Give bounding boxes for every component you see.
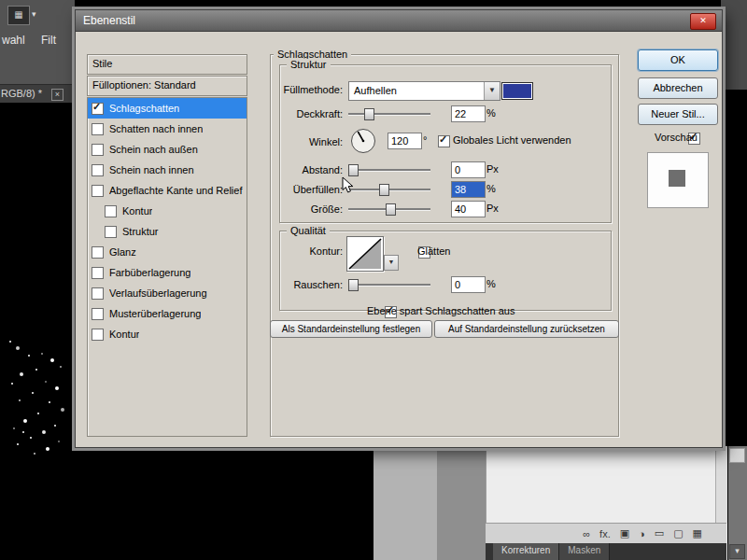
menu-item-auswahl[interactable]: wahl	[2, 34, 25, 47]
adjustment-layer-icon[interactable]: ◑	[639, 528, 645, 539]
angle-input[interactable]: 120	[388, 133, 422, 149]
size-slider[interactable]	[348, 203, 430, 215]
style-item[interactable]: Schein nach innen	[88, 160, 247, 180]
slider-thumb[interactable]	[364, 108, 374, 120]
photoshop-app: ▦ ▾ wahl Filt RGB/8) * × ∞ fx. ▣ ◑ ▭ ▢ ▦…	[0, 0, 747, 560]
link-layers-icon[interactable]: ∞	[583, 528, 590, 539]
slider-track	[348, 189, 430, 191]
spread-label: Überfüllen:	[259, 184, 343, 195]
style-item-label: Glanz	[109, 246, 136, 258]
global-light-checkbox[interactable]: ✓	[438, 135, 450, 147]
style-checkbox[interactable]	[105, 226, 117, 238]
style-item[interactable]: Schein nach außen	[88, 139, 247, 160]
workspace-band-light	[374, 446, 437, 560]
canvas-sparkles	[0, 103, 2, 105]
canvas-right	[721, 90, 747, 448]
mouse-cursor	[342, 176, 354, 194]
shadow-color-swatch[interactable]	[501, 82, 533, 100]
opacity-unit: %	[486, 107, 496, 119]
quality-group	[279, 231, 612, 311]
style-checkbox[interactable]	[92, 308, 104, 320]
style-item-label: Kontur	[122, 205, 152, 217]
style-item[interactable]: Abgeflachte Kante und Relief	[88, 180, 247, 201]
distance-slider[interactable]	[348, 163, 430, 175]
layer-group-icon[interactable]: ▭	[655, 527, 664, 539]
knockout-label: Ebene spart Schlagschatten aus	[367, 305, 514, 316]
close-icon[interactable]: ✕	[690, 13, 716, 30]
scroll-down-icon[interactable]: ▾	[729, 544, 745, 559]
check-icon: ✓	[92, 101, 101, 113]
noise-input[interactable]: 0	[451, 276, 486, 293]
canvas	[0, 103, 75, 560]
contour-picker[interactable]	[346, 236, 384, 272]
slider-thumb[interactable]	[348, 279, 359, 291]
noise-label: Rauschen:	[259, 279, 343, 290]
new-layer-icon[interactable]: ▢	[673, 527, 683, 539]
blending-options-item[interactable]: Fülloptionen: Standard	[87, 76, 247, 96]
style-checkbox[interactable]	[92, 185, 104, 197]
style-checkbox[interactable]	[92, 246, 104, 259]
angle-dial[interactable]	[350, 128, 376, 154]
close-document-icon[interactable]: ×	[51, 89, 63, 101]
slider-track	[348, 113, 430, 116]
quality-legend: Qualität	[287, 225, 330, 236]
style-item[interactable]: Verlaufsüberlagerung	[88, 283, 247, 303]
app-chrome-right	[721, 0, 747, 90]
style-item-schlagschatten[interactable]: ✓ Schlagschatten	[88, 98, 247, 119]
size-input[interactable]: 40	[451, 201, 486, 217]
layer-effects-icon[interactable]: fx.	[599, 528, 611, 539]
dialog-title-bar[interactable]: Ebenenstil ✕	[76, 10, 722, 32]
style-item[interactable]: Glanz	[88, 242, 247, 262]
chevron-down-icon[interactable]: ▼	[484, 82, 500, 100]
layer-mask-icon[interactable]: ▣	[620, 527, 629, 539]
style-item[interactable]: Schatten nach innen	[88, 119, 247, 139]
blend-mode-label: Füllmethode:	[259, 84, 343, 95]
spread-slider[interactable]	[348, 183, 430, 195]
structure-legend: Struktur	[287, 59, 331, 70]
blend-mode-select[interactable]: Aufhellen ▼	[348, 81, 500, 101]
style-checkbox[interactable]	[105, 205, 117, 217]
reset-default-button[interactable]: Auf Standardeinstellung zurücksetzen	[434, 320, 619, 338]
style-checkbox[interactable]	[92, 287, 104, 300]
style-item-label: Farbüberlagerung	[109, 267, 190, 278]
document-tab[interactable]: RGB/8) *	[1, 88, 42, 99]
new-style-button[interactable]: Neuer Stil...	[638, 104, 718, 125]
app-scrollbar[interactable]	[728, 446, 747, 560]
slider-thumb[interactable]	[386, 203, 396, 216]
spread-input[interactable]: 38	[451, 181, 486, 198]
arrange-documents-icon[interactable]: ▦	[7, 6, 30, 25]
style-checkbox[interactable]: ✓	[92, 103, 104, 115]
make-default-button[interactable]: Als Standardeinstellung festlegen	[270, 320, 432, 338]
opacity-input[interactable]: 22	[451, 105, 486, 122]
size-label: Größe:	[259, 203, 343, 215]
style-checkbox[interactable]	[92, 267, 104, 279]
noise-unit: %	[486, 278, 496, 289]
cancel-button[interactable]: Abbrechen	[638, 77, 718, 99]
contour-dropdown-icon[interactable]: ▼	[384, 255, 399, 271]
tab-korrekturen[interactable]: Korrekturen	[493, 543, 559, 560]
tab-masken[interactable]: Masken	[559, 543, 610, 560]
style-item[interactable]: Kontur	[88, 324, 247, 344]
distance-input[interactable]: 0	[451, 161, 486, 178]
style-checkbox[interactable]	[92, 329, 104, 341]
angle-unit: °	[423, 134, 427, 146]
canvas-bottom	[75, 446, 374, 560]
style-checkbox[interactable]	[92, 123, 104, 135]
noise-slider[interactable]	[348, 278, 430, 290]
ok-button[interactable]: OK	[638, 49, 718, 71]
delete-layer-icon[interactable]: ▦	[693, 527, 702, 539]
style-checkbox[interactable]	[92, 164, 104, 176]
style-item[interactable]: Farbüberlagerung	[88, 262, 247, 283]
style-item[interactable]: Struktur	[88, 221, 247, 242]
panel-scrollbar[interactable]	[715, 446, 727, 523]
menu-item-filter[interactable]: Filt	[41, 34, 56, 47]
slider-thumb[interactable]	[379, 184, 389, 196]
styles-list: ✓ Schlagschatten Schatten nach innen Sch…	[87, 97, 247, 437]
style-item[interactable]: Kontur	[88, 201, 247, 221]
style-item[interactable]: Musterüberlagerung	[88, 303, 247, 324]
dialog-title: Ebenenstil	[83, 14, 135, 27]
slider-thumb[interactable]	[348, 164, 359, 176]
opacity-slider[interactable]	[348, 107, 430, 119]
spread-unit: %	[486, 183, 496, 194]
style-checkbox[interactable]	[92, 144, 104, 156]
